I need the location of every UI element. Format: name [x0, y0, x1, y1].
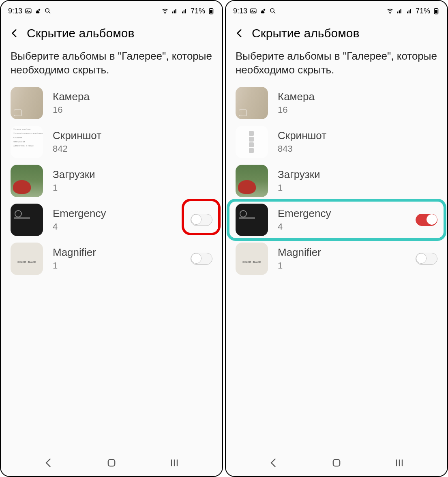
status-bar: 9:13 71%: [1, 1, 222, 19]
svg-rect-25: [397, 12, 398, 14]
album-thumb: [236, 165, 268, 197]
weather-icon: [34, 7, 42, 15]
svg-rect-6: [172, 12, 173, 14]
nav-home[interactable]: [103, 455, 120, 471]
image-icon: [25, 7, 32, 15]
page-title: Скрытие альбомов: [27, 26, 135, 40]
svg-rect-30: [410, 9, 411, 14]
nav-recent[interactable]: [391, 455, 407, 471]
album-name: Magnifier: [278, 246, 416, 259]
album-thumb: COLOR : BLACK: [236, 243, 268, 275]
album-name: Камера: [278, 90, 437, 103]
album-toggle[interactable]: [416, 214, 437, 226]
album-row-camera[interactable]: Камера 16: [7, 84, 216, 122]
album-name: Скриншот: [278, 129, 437, 142]
svg-point-22: [270, 9, 274, 12]
album-row-emergency[interactable]: Emergency 4: [7, 201, 216, 238]
album-count: 16: [278, 105, 437, 115]
svg-point-24: [390, 13, 390, 14]
svg-rect-14: [210, 10, 212, 13]
album-row-screenshot[interactable]: Скрыть альбомСкрыть/показать альбомыКорз…: [7, 123, 216, 161]
album-thumb: [11, 204, 43, 236]
svg-rect-9: [182, 12, 183, 14]
signal2-icon: [181, 7, 188, 15]
album-count: 1: [53, 183, 212, 193]
svg-point-3: [45, 9, 49, 12]
image-icon: [250, 7, 257, 15]
svg-point-5: [165, 13, 165, 14]
svg-rect-10: [184, 11, 184, 14]
album-count: 842: [53, 144, 212, 154]
svg-rect-32: [435, 8, 437, 9]
svg-rect-11: [185, 9, 186, 14]
album-name: Загрузки: [53, 168, 212, 181]
album-row-downloads[interactable]: Загрузки 1: [232, 162, 441, 200]
svg-rect-28: [407, 12, 408, 14]
album-row-downloads[interactable]: Загрузки 1: [7, 162, 216, 200]
svg-point-2: [39, 9, 41, 11]
svg-rect-15: [108, 460, 115, 466]
search-icon: [269, 7, 277, 15]
album-name: Скриншот: [53, 129, 212, 142]
album-name: Emergency: [53, 207, 191, 220]
back-button[interactable]: [232, 26, 247, 41]
svg-line-4: [49, 12, 50, 13]
nav-recent[interactable]: [166, 455, 182, 471]
svg-rect-0: [26, 9, 31, 13]
signal-icon: [171, 7, 178, 15]
album-thumb: Скрыть альбомСкрыть/показать альбомыКорз…: [11, 126, 43, 158]
svg-rect-13: [210, 8, 212, 9]
album-toggle[interactable]: [191, 214, 212, 226]
album-row-magnifier[interactable]: COLOR : BLACK Magnifier 1: [7, 240, 216, 277]
album-row-screenshot[interactable]: Скриншот 843: [232, 123, 441, 161]
album-row-magnifier[interactable]: COLOR : BLACK Magnifier 1: [232, 240, 441, 277]
header: Скрытие альбомов: [1, 19, 222, 44]
album-name: Emergency: [278, 207, 416, 220]
android-navbar: [226, 453, 447, 476]
svg-rect-34: [333, 460, 340, 466]
album-count: 843: [278, 144, 437, 154]
album-thumb: COLOR : BLACK: [11, 243, 43, 275]
android-navbar: [1, 453, 222, 476]
signal-icon: [396, 7, 403, 15]
album-toggle[interactable]: [416, 253, 437, 265]
nav-back[interactable]: [266, 455, 282, 471]
wifi-icon: [161, 7, 169, 15]
svg-point-21: [264, 9, 266, 11]
svg-rect-33: [435, 10, 437, 13]
album-name: Камера: [53, 90, 212, 103]
wifi-icon: [386, 7, 394, 15]
album-thumb: [236, 126, 268, 158]
back-button[interactable]: [7, 26, 22, 41]
album-thumb: [11, 87, 43, 119]
album-row-emergency[interactable]: Emergency 4: [232, 201, 441, 238]
album-name: Magnifier: [53, 246, 191, 259]
nav-home[interactable]: [328, 455, 345, 471]
status-time: 9:13: [8, 7, 22, 15]
album-thumb: [236, 87, 268, 119]
svg-rect-26: [399, 11, 400, 14]
battery-icon: [208, 7, 215, 15]
album-count: 1: [278, 260, 416, 271]
album-list: Камера 16 Скрыть альбомСкрыть/показать а…: [1, 84, 222, 453]
phone-right: 9:13 71% Скрытие альбомов Выберите альбо…: [225, 0, 448, 477]
album-count: 4: [53, 221, 191, 232]
signal2-icon: [406, 7, 413, 15]
album-row-camera[interactable]: Камера 16: [232, 84, 441, 122]
album-count: 16: [53, 105, 212, 115]
album-toggle[interactable]: [191, 253, 212, 265]
phone-left: 9:13 71% Скрытие альбомов Выберите альбо…: [0, 0, 223, 477]
page-subtitle: Выберите альбомы в "Галерее", которые не…: [1, 44, 222, 84]
page-title: Скрытие альбомов: [252, 26, 360, 40]
svg-rect-29: [409, 11, 409, 14]
nav-back[interactable]: [41, 455, 57, 471]
album-name: Загрузки: [278, 168, 437, 181]
status-bar: 9:13 71%: [226, 1, 447, 19]
svg-rect-19: [251, 9, 256, 13]
svg-rect-8: [175, 9, 176, 14]
status-time: 9:13: [233, 7, 247, 15]
svg-rect-7: [174, 11, 175, 14]
album-count: 1: [278, 183, 437, 193]
album-list: Камера 16 Скриншот 843 Загрузки 1: [226, 84, 447, 453]
weather-icon: [259, 7, 267, 15]
